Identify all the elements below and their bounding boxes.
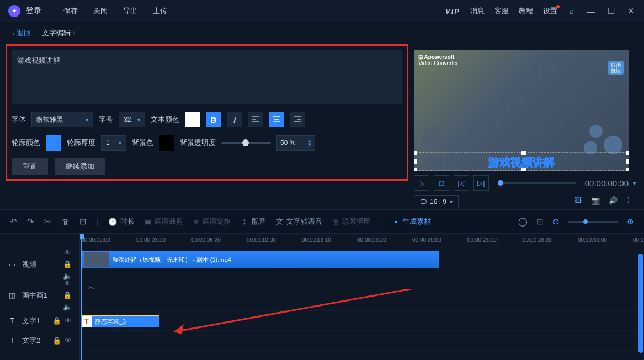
lock-icon[interactable]: 🔒 <box>63 260 72 268</box>
sub-bar: ‹ 返回 文字编辑： <box>0 22 644 44</box>
zoom-slider[interactable] <box>568 221 618 223</box>
align-left-button[interactable] <box>248 112 263 127</box>
text1-lane[interactable]: T 静态字幕_3 <box>80 311 644 331</box>
mute-icon[interactable]: 🔈 <box>63 272 72 280</box>
menu-close[interactable]: 关闭 <box>93 6 108 16</box>
fullscreen-icon[interactable]: ⛶ <box>626 195 636 205</box>
home-icon[interactable]: ⌂ <box>567 7 576 15</box>
vip-badge[interactable]: VIP <box>445 7 460 15</box>
menu-messages[interactable]: 消息 <box>470 6 485 16</box>
bg-opacity-slider[interactable] <box>221 142 271 144</box>
login-button[interactable]: 登录 <box>26 6 41 16</box>
marker-icon[interactable]: ◯ <box>518 217 528 227</box>
next-frame-button[interactable]: ▷| <box>473 175 489 191</box>
back-button[interactable]: ‹ 返回 <box>12 28 31 38</box>
track-text1[interactable]: T 文字1 🔒👁 <box>0 311 79 331</box>
video-track-icon: ▭ <box>8 260 17 268</box>
crop-button[interactable]: ▣画面裁剪 <box>145 217 183 227</box>
bg-opacity-value[interactable]: 50 %▴▾ <box>276 135 315 151</box>
track-video[interactable]: ▭ 视频 👁🔒🔈 <box>0 249 79 280</box>
visibility-icon[interactable]: 👁 <box>64 249 71 257</box>
resize-handle[interactable] <box>521 151 526 155</box>
visibility-icon[interactable]: 👁 <box>64 280 71 288</box>
track-pip[interactable]: ◫ 画中画1 👁🔒🔈 <box>0 280 79 311</box>
timecode-dropdown-icon[interactable]: ▾ <box>633 180 636 186</box>
freeze-button[interactable]: ❄画面定格 <box>193 217 231 227</box>
track-area[interactable]: 00:00:00:00 00:00:03:10 00:00:06:20 00:0… <box>80 234 644 360</box>
slider-thumb[interactable] <box>242 139 249 146</box>
playhead[interactable] <box>81 234 82 360</box>
play-button[interactable]: ▷ <box>414 175 429 191</box>
italic-button[interactable]: I <box>227 112 242 127</box>
cut-icon[interactable]: ✂ <box>44 217 51 227</box>
ruler-tick: 00:00:23:10 <box>467 237 497 243</box>
lock-icon[interactable]: 🔒 <box>63 291 72 299</box>
text2-lane[interactable] <box>80 331 644 351</box>
text-track-icon: T <box>8 336 17 345</box>
menu-save[interactable]: 保存 <box>63 6 78 16</box>
lock-icon[interactable]: 🔒 <box>52 316 61 325</box>
bg-color-swatch[interactable] <box>159 135 174 151</box>
bg-color-label: 背景色 <box>132 138 153 148</box>
reset-button[interactable]: 重置 <box>12 158 48 175</box>
spin-down-icon[interactable]: ▾ <box>308 143 311 147</box>
video-preview[interactable]: ⊞ ApowersoftVideo Converter 取消 施法 游戏视频讲解 <box>414 50 629 171</box>
track-text2[interactable]: T 文字2 🔒👁 <box>0 331 79 351</box>
pip-lane[interactable]: ✂ <box>80 280 644 311</box>
window-minimize-icon[interactable]: — <box>586 7 596 15</box>
video-clip[interactable]: 游戏讲解（原视频、无水印） - 副本 (1).mp4 <box>81 251 439 268</box>
resize-handle[interactable] <box>414 151 417 155</box>
text-clip[interactable]: T 静态字幕_3 <box>81 315 159 327</box>
menu-settings[interactable]: 设置 <box>543 6 557 16</box>
visibility-icon[interactable]: 👁 <box>65 336 72 345</box>
font-select[interactable]: 微软雅黑▾ <box>31 112 93 127</box>
outline-thickness-select[interactable]: 1▾ <box>101 135 126 151</box>
format-row-1: 字体 微软雅黑▾ 字号 32▾ 文本颜色 B I <box>12 112 402 127</box>
camera-icon[interactable]: 📷 <box>590 195 600 205</box>
bold-button[interactable]: B <box>206 112 221 127</box>
tts-button[interactable]: 文文字转语音 <box>276 217 322 227</box>
mute-icon[interactable]: 🔈 <box>63 303 72 311</box>
align-center-button[interactable] <box>269 112 284 127</box>
resize-handle[interactable] <box>626 151 629 155</box>
lock-icon[interactable]: 🔒 <box>52 336 61 345</box>
menu-export[interactable]: 导出 <box>123 6 137 16</box>
generate-button[interactable]: ✦生成素材 <box>393 217 431 227</box>
split-icon[interactable]: ⊟ <box>79 217 87 227</box>
prev-frame-button[interactable]: |◁ <box>454 175 469 191</box>
time-ruler[interactable]: 00:00:00:00 00:00:03:10 00:00:06:20 00:0… <box>80 234 644 249</box>
video-lane[interactable]: 游戏讲解（原视频、无水印） - 副本 (1).mp4 <box>80 249 644 280</box>
mic-icon: 🎙 <box>241 218 248 226</box>
undo-icon[interactable]: ↶ <box>10 217 17 227</box>
snapshot-icon[interactable]: 🖼 <box>573 195 583 205</box>
delete-icon[interactable]: 🗑 <box>61 217 70 227</box>
zoom-in-icon[interactable]: ⊕ <box>627 217 634 227</box>
dub-button[interactable]: 🎙配音 <box>241 217 266 227</box>
duration-button[interactable]: 🕐时长 <box>108 217 135 227</box>
menu-upload[interactable]: 上传 <box>153 6 167 16</box>
font-size-select[interactable]: 32▾ <box>119 112 145 127</box>
window-close-icon[interactable]: ✕ <box>626 7 636 15</box>
greenscreen-button[interactable]: ▦绿幕抠图 <box>332 217 371 227</box>
window-maximize-icon[interactable]: ☐ <box>606 7 616 15</box>
caption-text-input[interactable]: 游戏视频讲解 <box>12 50 402 104</box>
redo-icon[interactable]: ↷ <box>27 217 34 227</box>
menu-tutorial[interactable]: 教程 <box>519 6 533 16</box>
top-menu: 保存 关闭 导出 上传 <box>63 6 167 16</box>
outline-color-swatch[interactable] <box>46 135 61 151</box>
text-color-swatch[interactable] <box>185 112 200 127</box>
zoom-thumb[interactable] <box>583 219 588 224</box>
fit-icon[interactable]: ⊡ <box>536 217 544 227</box>
menu-support[interactable]: 客服 <box>494 6 509 16</box>
vertical-scrollbar[interactable] <box>638 254 643 353</box>
aspect-ratio-select[interactable]: 🖵 16 : 9 ▾ <box>414 195 459 208</box>
playback-thumb[interactable] <box>498 180 503 186</box>
stop-button[interactable]: □ <box>434 175 449 191</box>
zoom-out-icon[interactable]: ⊖ <box>552 217 560 227</box>
playback-slider[interactable] <box>498 182 576 184</box>
game-skill-icon <box>604 136 622 154</box>
continue-add-button[interactable]: 继续添加 <box>55 158 105 175</box>
align-right-button[interactable] <box>290 112 305 127</box>
volume-icon[interactable]: 🔊 <box>608 195 618 205</box>
visibility-icon[interactable]: 👁 <box>65 316 72 325</box>
